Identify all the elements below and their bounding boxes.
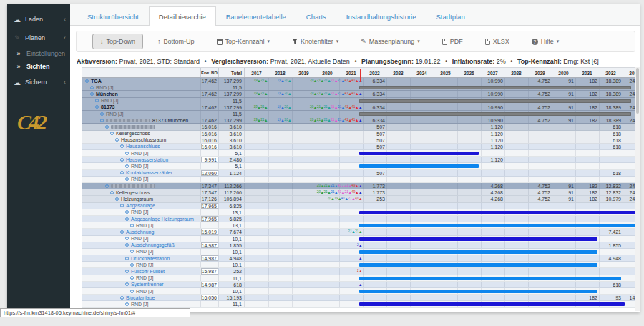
expand-node-icon[interactable] <box>105 125 109 129</box>
year-value: 182 <box>575 189 599 196</box>
erw-nd-cell[interactable]: 16,016 <box>200 144 218 149</box>
event-marker-icon: 4,1▲ <box>351 78 358 84</box>
tree-label[interactable]: Ausdehnung <box>126 229 154 234</box>
gantt-bar <box>359 237 597 241</box>
massenplanung-button[interactable]: ✎Massenplanung▾ <box>353 34 428 49</box>
sidebar-item-sichern[interactable]: ☁↑Sichern‹ <box>7 73 70 92</box>
expand-node-icon[interactable] <box>120 296 124 300</box>
expand-node-icon[interactable] <box>85 79 89 83</box>
sidebar-item-einstellungen[interactable]: »Einstellungen <box>7 47 70 60</box>
tree-label[interactable]: Systemtrenner <box>131 282 164 287</box>
sidebar-item-laden[interactable]: ☁↓Laden‹ <box>7 10 70 29</box>
expand-node-icon[interactable] <box>120 204 124 207</box>
pdf-button[interactable]: PDF <box>434 34 471 49</box>
sidebar-item-planen[interactable]: ✎Planen‹ <box>7 29 70 47</box>
erw-nd-cell[interactable]: 14,987 <box>200 255 218 261</box>
top-kennzahl-button[interactable]: Top-Kennzahl▾ <box>209 34 278 49</box>
year-value: 618 <box>599 131 623 137</box>
funnel-icon <box>292 39 298 44</box>
tree-cell <box>82 124 200 129</box>
expand-node-icon[interactable] <box>125 237 129 240</box>
tab-strukturuebersicht[interactable]: Strukturübersicht <box>77 6 149 26</box>
year-value: 10.990 <box>481 104 504 111</box>
expand-node-icon[interactable] <box>125 164 129 168</box>
erw-nd-cell[interactable]: 14,987 <box>200 242 218 248</box>
years-cell: 5071.120618 <box>244 131 640 137</box>
expand-node-icon[interactable] <box>125 257 129 260</box>
tree-label[interactable]: Füllsoft/ Füllset <box>131 268 165 274</box>
expand-node-icon[interactable] <box>110 132 114 135</box>
expand-node-icon[interactable] <box>130 224 134 227</box>
erw-nd-cell[interactable]: 15,987 <box>200 268 218 274</box>
expand-node-icon[interactable] <box>125 302 129 306</box>
download-arrow-icon: ↓ <box>15 17 17 21</box>
tree-label[interactable]: Druckhaltestation <box>131 255 170 261</box>
erw-nd-cell[interactable]: 17,965 <box>200 203 218 209</box>
knotenfilter-button[interactable]: Knotenfilter▾ <box>284 34 346 49</box>
tree-label[interactable]: Kontaktwasserzähler <box>126 170 172 176</box>
expand-node-icon[interactable] <box>130 290 134 293</box>
tree-label[interactable]: Biocatanlage <box>126 295 155 300</box>
expand-node-icon[interactable] <box>120 158 124 162</box>
expand-node-icon[interactable] <box>120 171 124 174</box>
bottom-up-button[interactable]: ↑Bottom-Up <box>150 34 203 49</box>
expand-node-icon[interactable] <box>95 105 99 109</box>
xlsx-button[interactable]: XLSX <box>477 34 517 49</box>
sidebar-item-sichten[interactable]: »Sichten <box>7 60 70 73</box>
year-value: 1.120 <box>481 137 504 144</box>
table-row: Biocatanlage16,05615.1931829314.508 <box>82 295 640 301</box>
top-down-button[interactable]: ↓Top-Down <box>92 34 143 49</box>
tree-cell: Abgasanlage <box>82 203 200 209</box>
table-row: Hausanschlussraum16,0163.6105071.120618 <box>82 137 640 144</box>
sidebar-item-label: Planen <box>25 34 64 41</box>
erw-nd-cell[interactable]: 16,056 <box>200 295 218 300</box>
tree-label[interactable]: Hausanschluss <box>126 144 160 149</box>
expand-node-icon[interactable] <box>130 250 134 253</box>
expand-node-icon[interactable] <box>90 86 94 89</box>
expand-node-icon[interactable] <box>100 112 104 116</box>
tree-label[interactable]: Abgasanlage <box>126 203 155 209</box>
tree-label[interactable]: Ausdehnungsgefäß <box>131 242 175 248</box>
years-cell <box>244 150 640 156</box>
column-header-year: 2025 <box>434 71 457 76</box>
tree-label[interactable]: Hauswasserstation <box>126 157 168 162</box>
expand-node-icon[interactable] <box>130 263 134 267</box>
expand-node-icon[interactable] <box>120 144 124 148</box>
erw-nd-cell[interactable]: 14,987 <box>200 282 218 287</box>
tab-detailhierarchie[interactable]: Detailhierarchie <box>149 6 216 26</box>
expand-node-icon[interactable] <box>100 119 104 122</box>
vertical-scrollbar[interactable] <box>635 67 640 311</box>
erw-nd-cell[interactable]: 15,019 <box>200 229 218 234</box>
erw-nd-cell[interactable]: 17,965 <box>200 216 218 222</box>
expand-node-icon[interactable] <box>130 276 134 280</box>
expand-node-icon[interactable] <box>115 138 119 142</box>
expand-node-icon[interactable] <box>125 270 129 273</box>
expand-node-icon[interactable] <box>95 99 99 102</box>
expand-node-icon[interactable] <box>125 177 129 181</box>
expand-node-icon[interactable] <box>105 184 109 188</box>
tab-stadtplan[interactable]: Stadtplan <box>426 6 475 26</box>
expand-node-icon[interactable] <box>115 197 119 201</box>
hilfe-button[interactable]: ?Hilfe▾ <box>524 34 567 49</box>
tab-bauelementetabelle[interactable]: Bauelementetabelle <box>216 6 296 26</box>
expand-node-icon[interactable] <box>125 282 129 286</box>
tab-charts[interactable]: Charts <box>296 6 336 26</box>
years-cell: 507618 <box>244 170 640 176</box>
erw-nd-cell[interactable]: 9,991 <box>200 157 218 162</box>
tree-cell: RND [J] <box>82 111 200 117</box>
event-marker-icon: 1,9▲ <box>278 91 285 97</box>
tab-instandhaltungshistorie[interactable]: Instandhaltungshistorie <box>336 6 426 26</box>
expand-node-icon[interactable] <box>110 191 114 194</box>
expand-node-icon[interactable] <box>120 230 124 234</box>
expand-node-icon[interactable] <box>125 210 129 214</box>
expand-node-icon[interactable] <box>125 152 129 155</box>
expand-node-icon[interactable] <box>125 217 129 221</box>
expand-node-icon[interactable] <box>90 92 94 96</box>
tree-label[interactable]: Abgasanlage Heizungsraum <box>131 216 194 222</box>
double-chevron-icon: » <box>14 64 23 70</box>
event-marker-icon: 2,1▲ <box>317 104 324 110</box>
expand-node-icon[interactable] <box>125 243 129 247</box>
scrollbar-thumb[interactable] <box>636 68 639 114</box>
year-value: 1.855 <box>599 242 623 249</box>
erw-nd-cell[interactable]: 12,060 <box>200 170 218 176</box>
